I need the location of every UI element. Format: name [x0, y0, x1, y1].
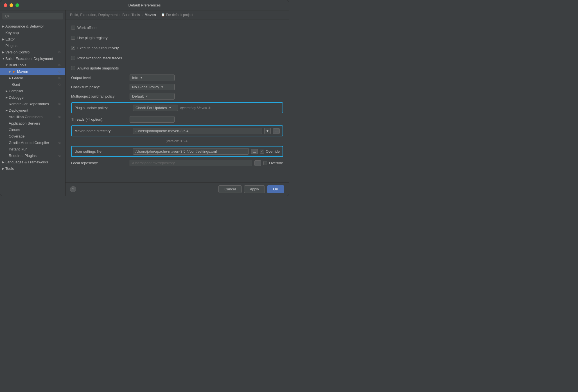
dropdown-checksum-policy[interactable]: No Global Policy▼ [130, 84, 175, 90]
local-repo-input[interactable] [130, 160, 252, 166]
arrow-debugger [5, 96, 9, 99]
checkbox-label-work-offline[interactable]: Work offline [71, 26, 96, 30]
sidebar-item-keymap[interactable]: Keymap [0, 30, 65, 36]
dropdown-value-output-level: Info [132, 76, 138, 80]
sidebar-item-languages[interactable]: Languages & Frameworks [0, 159, 65, 165]
dropdown-multiproject-policy[interactable]: Default▼ [130, 93, 175, 100]
sidebar: Appearance & BehaviorKeymapEditorPlugins… [0, 10, 66, 196]
dropdown-value-plugin-update: Check For Updates [136, 106, 167, 110]
sidebar-label-clouds: Clouds [9, 128, 20, 132]
checkbox-always-update[interactable] [71, 66, 75, 70]
sidebar-item-remote-jar[interactable]: Remote Jar Repositories⧉ [0, 101, 65, 107]
maven-home-dd-arrow: ▼ [266, 129, 269, 133]
sidebar-item-gradle-android[interactable]: Gradle-Android Compiler⧉ [0, 139, 65, 146]
sidebar-item-debugger[interactable]: Debugger [0, 94, 65, 101]
sidebar-item-app-servers[interactable]: Application Servers [0, 120, 65, 127]
breadcrumb-sep-2: › [142, 13, 143, 17]
breadcrumb-part-1: Build, Execution, Deployment [70, 13, 118, 17]
maximize-button[interactable] [15, 3, 19, 7]
sidebar-item-build-tools[interactable]: Build Tools⧉ [0, 62, 65, 68]
sidebar-item-plugins[interactable]: Plugins [0, 42, 65, 49]
field-label-multiproject-policy: Multiproject build fail policy: [71, 94, 127, 98]
checkbox-label-always-update[interactable]: Always update snapshots [71, 66, 119, 70]
window-title: Default Preferences [128, 3, 161, 7]
sidebar-label-plugins: Plugins [5, 44, 17, 48]
local-repo-browse-button[interactable]: ... [254, 160, 261, 166]
sidebar-item-deployment[interactable]: Deployment [0, 107, 65, 114]
checkbox-use-plugin-registry[interactable] [71, 36, 75, 40]
breadcrumb-project: 📋 For default project [161, 13, 193, 17]
apply-button[interactable]: Apply [244, 185, 265, 193]
sidebar-item-clouds[interactable]: Clouds [0, 127, 65, 133]
field-row-checksum-policy: Checksum policy:No Global Policy▼ [71, 84, 283, 90]
cancel-button[interactable]: Cancel [218, 185, 241, 193]
checkbox-print-exception[interactable] [71, 56, 75, 60]
local-repo-override-label: Override [269, 161, 283, 165]
search-input[interactable] [3, 13, 63, 19]
sidebar-item-required-plugins[interactable]: Required Plugins⧉ [0, 152, 65, 159]
arrow-gradle [8, 76, 12, 80]
sidebar-label-tools: Tools [5, 166, 14, 171]
copy-icon-gradle-android: ⧉ [58, 141, 63, 145]
sidebar-label-languages: Languages & Frameworks [5, 160, 48, 164]
sidebar-label-arquillian: Arquillian Containers [9, 115, 42, 119]
checkbox-work-offline[interactable] [71, 26, 75, 30]
bottom-bar: ? Cancel Apply OK [66, 182, 289, 196]
user-settings-override-label: Override [266, 149, 280, 154]
sidebar-item-version-control[interactable]: Version Control⧉ [0, 49, 65, 55]
sidebar-label-remote-jar: Remote Jar Repositories [9, 102, 49, 106]
checkbox-label-print-exception[interactable]: Print exception stack traces [71, 56, 122, 60]
sidebar-label-gradle-android: Gradle-Android Compiler [9, 141, 49, 145]
sidebar-item-compiler[interactable]: Compiler [0, 88, 65, 94]
checkbox-label-use-plugin-registry[interactable]: Use plugin registry [71, 36, 108, 40]
dropdown-output-level[interactable]: Info▼ [130, 75, 175, 81]
local-repo-override-checkbox[interactable] [263, 161, 267, 165]
sidebar-label-app-servers: Application Servers [9, 121, 40, 125]
user-settings-browse-button[interactable]: ... [251, 149, 258, 154]
user-settings-row: User settings file:...Override [71, 146, 283, 157]
sidebar-label-deployment: Deployment [9, 108, 28, 112]
sidebar-label-maven: Maven [17, 69, 28, 74]
sidebar-item-gradle[interactable]: Gradle⧉ [0, 75, 65, 81]
dropdown-arrow-multiproject-policy: ▼ [145, 95, 148, 98]
checkbox-execute-goals[interactable] [71, 46, 75, 50]
close-button[interactable] [4, 3, 7, 7]
dropdown-value-checksum-policy: No Global Policy [132, 85, 159, 89]
maven-home-input[interactable] [133, 128, 262, 134]
field-row-multiproject-policy: Multiproject build fail policy:Default▼ [71, 93, 283, 100]
ok-button[interactable]: OK [267, 185, 284, 193]
window-controls[interactable] [4, 3, 19, 7]
local-repo-label: Local repository: [71, 161, 127, 165]
sidebar-item-editor[interactable]: Editor [0, 36, 65, 42]
sidebar-item-tools[interactable]: Tools [0, 165, 65, 172]
sidebar-item-maven[interactable]: ▶Maven⧉ [0, 68, 65, 75]
search-bar[interactable] [0, 10, 65, 22]
sidebar-item-build-exec[interactable]: Build, Execution, Deployment [0, 55, 65, 62]
sidebar-item-coverage[interactable]: Coverage [0, 133, 65, 139]
settings-panel: Work offlineUse plugin registryExecute g… [66, 19, 289, 182]
sidebar-item-gant[interactable]: Gant⧉ [0, 81, 65, 88]
help-button[interactable]: ? [70, 186, 76, 192]
sidebar-item-appearance[interactable]: Appearance & Behavior [0, 23, 65, 30]
copy-icon-version-control: ⧉ [58, 51, 63, 54]
sidebar-item-instant-run[interactable]: Instant Run [0, 146, 65, 152]
sidebar-label-build-exec: Build, Execution, Deployment [5, 57, 53, 61]
user-settings-input[interactable] [133, 148, 249, 155]
text-input-threads[interactable] [130, 116, 175, 123]
sidebar-label-editor: Editor [5, 37, 15, 41]
maven-home-dropdown[interactable]: ▼ [264, 128, 271, 134]
user-settings-override-checkbox[interactable] [260, 150, 264, 154]
breadcrumb: Build, Execution, Deployment › Build Too… [66, 10, 289, 19]
checkbox-label-execute-goals[interactable]: Execute goals recursively [71, 46, 119, 50]
maven-home-browse-button[interactable]: ... [273, 128, 280, 134]
local-repo-override-wrap: Override [263, 161, 283, 165]
checkbox-text-use-plugin-registry: Use plugin registry [77, 36, 108, 40]
minimize-button[interactable] [10, 3, 13, 7]
extra-label-plugin-update: ignored by Maven 3+ [180, 106, 212, 110]
arrow-deployment [5, 109, 9, 112]
field-label-checksum-policy: Checksum policy: [71, 85, 127, 89]
dropdown-plugin-update[interactable]: Check For Updates▼ [133, 105, 178, 111]
maven-icon: ▶ [12, 70, 17, 73]
arrow-version-control [1, 51, 5, 54]
sidebar-item-arquillian[interactable]: Arquillian Containers⧉ [0, 114, 65, 120]
